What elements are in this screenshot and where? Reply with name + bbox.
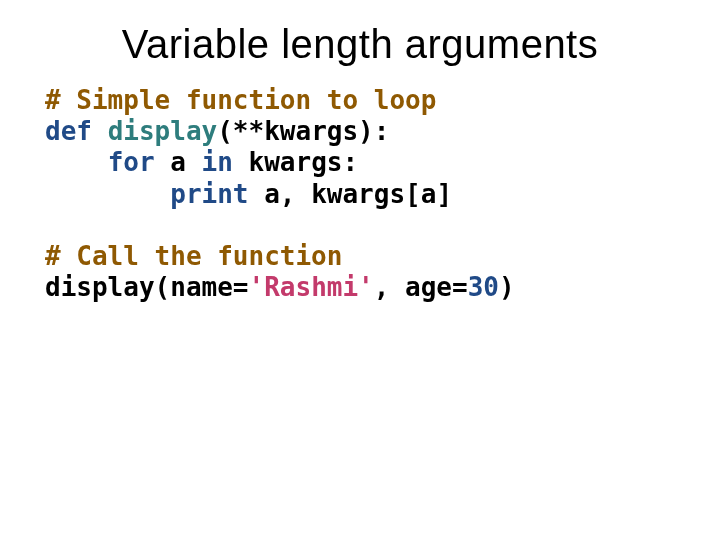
keyword-def: def: [45, 116, 92, 146]
keyword-for: for: [108, 147, 155, 177]
paren-close: ):: [358, 116, 389, 146]
space: [92, 116, 108, 146]
comment-text: Simple function to loop: [61, 85, 437, 115]
hash: #: [45, 85, 61, 115]
indent: [45, 179, 170, 209]
space: [155, 147, 171, 177]
keyword-print: print: [170, 179, 248, 209]
var-a: a: [421, 179, 437, 209]
bracket-close: ]: [436, 179, 452, 209]
space: [389, 272, 405, 302]
keyword-in: in: [202, 147, 233, 177]
var-kwargs: kwargs: [249, 147, 343, 177]
string-literal: 'Rashmi': [249, 272, 374, 302]
space: [249, 179, 265, 209]
slide-title: Variable length arguments: [0, 22, 720, 67]
comma: ,: [374, 272, 390, 302]
code-comment: # Call the function: [45, 241, 342, 271]
code-block: # Simple function to loop def display(**…: [45, 85, 515, 303]
var-a: a: [264, 179, 280, 209]
func-name: display: [108, 116, 218, 146]
colon: :: [342, 147, 358, 177]
comment-text: Call the function: [61, 241, 343, 271]
var-kwargs: kwargs: [311, 179, 405, 209]
param-kwargs: kwargs: [264, 116, 358, 146]
number-literal: 30: [468, 272, 499, 302]
paren-open: (: [155, 272, 171, 302]
code-comment: # Simple function to loop: [45, 85, 436, 115]
paren-close: ): [499, 272, 515, 302]
space: [186, 147, 202, 177]
indent: [45, 147, 108, 177]
slide: Variable length arguments # Simple funct…: [0, 0, 720, 540]
func-call: display: [45, 272, 155, 302]
hash: #: [45, 241, 61, 271]
kwarg-key: age: [405, 272, 452, 302]
space: [233, 147, 249, 177]
bracket-open: [: [405, 179, 421, 209]
kwarg-key: name: [170, 272, 233, 302]
equals: =: [233, 272, 249, 302]
comma: ,: [280, 179, 296, 209]
paren-open: (**: [217, 116, 264, 146]
equals: =: [452, 272, 468, 302]
space: [295, 179, 311, 209]
var-a: a: [170, 147, 186, 177]
